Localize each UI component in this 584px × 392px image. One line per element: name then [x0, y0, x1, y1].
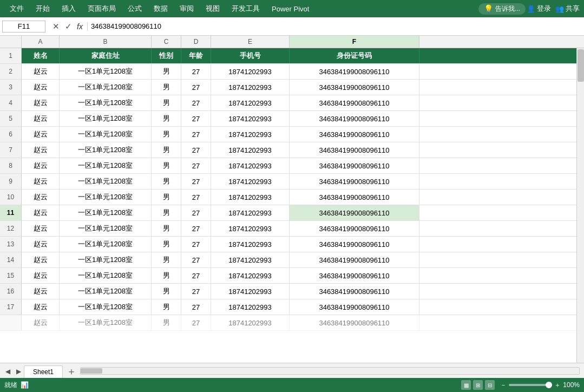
header-cell-phone[interactable]: 手机号	[211, 48, 290, 63]
cell-r16-c5[interactable]: 18741202993	[211, 284, 290, 299]
cell-r10-c4[interactable]: 27	[181, 190, 211, 205]
menu-home[interactable]: 开始	[30, 2, 55, 16]
cell-r8-c6[interactable]: 346384199008096110	[290, 158, 419, 173]
menu-data[interactable]: 数据	[148, 2, 173, 16]
cell-r8-c4[interactable]: 27	[181, 158, 211, 173]
cell-r14-c6[interactable]: 346384199008096110	[290, 252, 419, 267]
cell-r9-c3[interactable]: 男	[152, 174, 181, 189]
page-break-view-icon[interactable]: ⊟	[485, 380, 495, 390]
cell-r8-c3[interactable]: 男	[152, 158, 181, 173]
cell-r15-c6[interactable]: 346384199008096110	[290, 268, 419, 283]
cell-r4-c3[interactable]: 男	[152, 95, 181, 110]
zoom-slider[interactable]	[509, 384, 552, 386]
cell-r12-c1[interactable]: 赵云	[22, 221, 60, 236]
menu-view[interactable]: 视图	[200, 2, 225, 16]
col-header-f[interactable]: F	[290, 36, 419, 48]
zoom-in-icon[interactable]: ＋	[554, 381, 561, 390]
cell-r15-c3[interactable]: 男	[152, 268, 181, 283]
cell-r16-c1[interactable]: 赵云	[22, 284, 60, 299]
cell-r11-c4[interactable]: 27	[181, 205, 211, 220]
cell-r17-c1[interactable]: 赵云	[22, 299, 60, 315]
tab-nav-left[interactable]: ◀	[2, 365, 13, 378]
cell-r16-c2[interactable]: 一区1单元1208室	[60, 284, 152, 299]
cell-r6-c5[interactable]: 18741202993	[211, 127, 290, 142]
cell-r15-c4[interactable]: 27	[181, 268, 211, 283]
cell-r6-c2[interactable]: 一区1单元1208室	[60, 127, 152, 142]
cell-reference-box[interactable]	[2, 21, 45, 32]
cell-r2-c2[interactable]: 一区1单元1208室	[60, 64, 152, 79]
cell-r3-c5[interactable]: 18741202993	[211, 80, 290, 95]
cell-r4-c4[interactable]: 27	[181, 95, 211, 110]
cell-r12-c5[interactable]: 18741202993	[211, 221, 290, 236]
col-header-c[interactable]: C	[152, 36, 181, 48]
cell-r9-c6[interactable]: 346384199008096110	[290, 174, 419, 189]
zoom-thumb[interactable]	[546, 382, 552, 388]
cell-r11-c6[interactable]: 346384199008096110	[290, 205, 419, 220]
cell-r5-c3[interactable]: 男	[152, 111, 181, 126]
cell-r2-c6[interactable]: 346384199008096110	[290, 64, 419, 79]
cell-r2-c5[interactable]: 18741202993	[211, 64, 290, 79]
add-sheet-button[interactable]: ＋	[65, 365, 78, 378]
cell-r13-c5[interactable]: 18741202993	[211, 237, 290, 252]
cell-r9-c1[interactable]: 赵云	[22, 174, 60, 189]
header-cell-name[interactable]: 姓名	[22, 48, 60, 63]
cell-r4-c1[interactable]: 赵云	[22, 95, 60, 110]
cell-r14-c1[interactable]: 赵云	[22, 252, 60, 267]
cell-r17-c4[interactable]: 27	[181, 299, 211, 315]
cell-r12-c4[interactable]: 27	[181, 221, 211, 236]
cell-r6-c4[interactable]: 27	[181, 127, 211, 142]
cell-r17-c5[interactable]: 18741202993	[211, 299, 290, 315]
cell-r7-c4[interactable]: 27	[181, 142, 211, 158]
cell-r11-c2[interactable]: 一区1单元1208室	[60, 205, 152, 220]
cell-r3-c6[interactable]: 346384199008096110	[290, 80, 419, 95]
cell-r11-c3[interactable]: 男	[152, 205, 181, 220]
cell-r13-c4[interactable]: 27	[181, 237, 211, 252]
col-header-e[interactable]: E	[211, 36, 290, 48]
cell-r7-c5[interactable]: 18741202993	[211, 142, 290, 158]
header-cell-address[interactable]: 家庭住址	[60, 48, 152, 63]
scrollbar-thumb[interactable]	[578, 49, 584, 82]
cell-r7-c2[interactable]: 一区1单元1208室	[60, 142, 152, 158]
cell-r3-c1[interactable]: 赵云	[22, 80, 60, 95]
share-button[interactable]: 👥 共享	[555, 4, 580, 14]
cell-r15-c1[interactable]: 赵云	[22, 268, 60, 283]
cell-r3-c2[interactable]: 一区1单元1208室	[60, 80, 152, 95]
cell-r13-c2[interactable]: 一区1单元1208室	[60, 237, 152, 252]
cell-r17-c6[interactable]: 346384199008096110	[290, 299, 419, 315]
cell-r4-c2[interactable]: 一区1单元1208室	[60, 95, 152, 110]
normal-view-icon[interactable]: ▦	[461, 380, 471, 390]
cell-r3-c4[interactable]: 27	[181, 80, 211, 95]
cell-r10-c3[interactable]: 男	[152, 190, 181, 205]
menu-review[interactable]: 审阅	[174, 2, 199, 16]
cell-r15-c5[interactable]: 18741202993	[211, 268, 290, 283]
menu-power-pivot[interactable]: Power Pivot	[266, 3, 314, 15]
header-cell-age[interactable]: 年龄	[181, 48, 211, 63]
cell-r6-c1[interactable]: 赵云	[22, 127, 60, 142]
cell-r10-c5[interactable]: 18741202993	[211, 190, 290, 205]
cell-r14-c2[interactable]: 一区1单元1208室	[60, 252, 152, 267]
menu-developer[interactable]: 开发工具	[226, 2, 265, 16]
confirm-formula-icon[interactable]: ✓	[63, 22, 74, 31]
menu-formula[interactable]: 公式	[122, 2, 147, 16]
cell-r5-c4[interactable]: 27	[181, 111, 211, 126]
header-cell-gender[interactable]: 性别	[152, 48, 181, 63]
menu-insert[interactable]: 插入	[56, 2, 81, 16]
cell-r14-c3[interactable]: 男	[152, 252, 181, 267]
menu-file[interactable]: 文件	[4, 2, 29, 16]
cell-r12-c6[interactable]: 346384199008096110	[290, 221, 419, 236]
cell-r10-c1[interactable]: 赵云	[22, 190, 60, 205]
cell-r5-c6[interactable]: 346384199008096110	[290, 111, 419, 126]
cell-r4-c5[interactable]: 18741202993	[211, 95, 290, 110]
horizontal-scrollbar[interactable]	[80, 367, 580, 375]
cell-r13-c6[interactable]: 346384199008096110	[290, 237, 419, 252]
cell-r8-c5[interactable]: 18741202993	[211, 158, 290, 173]
cell-r13-c1[interactable]: 赵云	[22, 237, 60, 252]
cell-r6-c6[interactable]: 346384199008096110	[290, 127, 419, 142]
cell-r2-c3[interactable]: 男	[152, 64, 181, 79]
cell-r12-c3[interactable]: 男	[152, 221, 181, 236]
cell-r2-c4[interactable]: 27	[181, 64, 211, 79]
h-scroll-thumb[interactable]	[81, 368, 102, 374]
cell-r10-c2[interactable]: 一区1单元1208室	[60, 190, 152, 205]
cell-r15-c2[interactable]: 一区1单元1208室	[60, 268, 152, 283]
tell-me-box[interactable]: 💡 告诉我...	[478, 3, 526, 15]
